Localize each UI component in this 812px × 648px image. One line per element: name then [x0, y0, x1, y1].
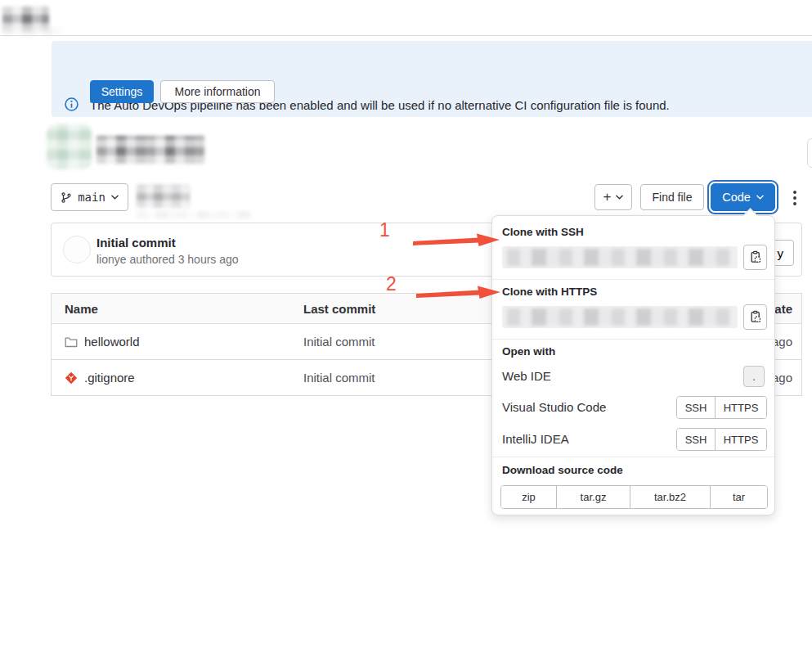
annotation-step-2: 2: [386, 273, 397, 295]
chevron-down-icon: [756, 195, 764, 200]
vscode-protocol-group: SSH HTTPS: [676, 396, 767, 419]
commit-meta: lionye authored 3 hours ago: [96, 253, 239, 266]
git-file-icon: [65, 371, 78, 385]
add-to-tree-button[interactable]: +: [594, 184, 632, 210]
intellij-protocol-group: SSH HTTPS: [676, 428, 767, 451]
redacted-breadcrumb-sub: [137, 211, 251, 218]
dropdown-divider: [492, 279, 774, 280]
intellij-https-button[interactable]: HTTPS: [715, 429, 766, 450]
redacted-breadcrumb: [137, 185, 190, 208]
intellij-ssh-button[interactable]: SSH: [677, 429, 715, 450]
clone-ssh-heading: Clone with SSH: [502, 226, 584, 238]
folder-icon: [65, 336, 78, 348]
settings-button[interactable]: Settings: [90, 80, 154, 103]
code-button-label: Code: [722, 191, 751, 204]
vscode-https-button[interactable]: HTTPS: [715, 397, 766, 418]
ellipsis-vertical-icon: [793, 191, 796, 205]
project-avatar: [47, 124, 92, 169]
web-ide-shortcut-badge[interactable]: .: [743, 366, 765, 387]
more-actions-kebab-button[interactable]: [784, 186, 805, 210]
branch-selector[interactable]: main: [51, 183, 128, 211]
dropdown-divider: [492, 339, 774, 340]
info-icon: [65, 97, 79, 111]
file-name[interactable]: .gitignore: [84, 371, 135, 385]
download-zip-button[interactable]: zip: [501, 486, 556, 508]
ssh-url-field[interactable]: [502, 246, 738, 268]
dropdown-divider: [492, 457, 774, 457]
download-tarbz2-button[interactable]: tar.bz2: [630, 486, 710, 508]
download-targz-button[interactable]: tar.gz: [556, 486, 630, 508]
header-name: Name: [52, 302, 303, 316]
branch-name: main: [78, 191, 105, 204]
open-with-heading: Open with: [502, 345, 555, 358]
redacted-topbar-strip: [2, 27, 61, 35]
download-tar-button[interactable]: tar: [710, 486, 767, 508]
chevron-down-icon: [616, 195, 623, 200]
redacted-ssh-url: [507, 249, 733, 266]
redacted-project-title: [96, 136, 204, 164]
copy-clipboard-icon: [749, 310, 762, 324]
copy-clipboard-icon: [749, 250, 762, 264]
file-name[interactable]: helloworld: [84, 335, 140, 349]
plus-icon: +: [603, 189, 612, 205]
copy-https-url-button[interactable]: [743, 304, 767, 330]
code-dropdown-button[interactable]: Code: [711, 183, 775, 211]
more-information-button[interactable]: More information: [160, 80, 275, 103]
download-options-group: zip tar.gz tar.bz2 tar: [500, 485, 768, 509]
edge-partial-button[interactable]: [807, 138, 812, 168]
branch-icon: [61, 191, 72, 204]
chevron-down-icon: [111, 195, 119, 200]
auto-devops-banner: The Auto DevOps pipeline has been enable…: [52, 41, 812, 117]
open-intellij-item: IntelliJ IDEA: [502, 428, 569, 451]
find-file-button[interactable]: Find file: [640, 184, 704, 210]
download-source-heading: Download source code: [502, 464, 623, 476]
code-dropdown-panel: Clone with SSH Clone with HTTPS Open wit…: [491, 215, 775, 515]
gitlab-project-page: The Auto DevOps pipeline has been enable…: [0, 0, 812, 648]
open-vscode-item: Visual Studio Code: [502, 396, 606, 419]
copy-ssh-url-button[interactable]: [743, 245, 767, 270]
vscode-ssh-button[interactable]: SSH: [677, 397, 715, 418]
https-url-field[interactable]: [502, 306, 738, 328]
commit-author-avatar: [63, 236, 91, 263]
clone-https-heading: Clone with HTTPS: [502, 286, 597, 298]
redacted-https-url: [507, 308, 733, 326]
commit-title[interactable]: Initial commit: [96, 236, 176, 250]
header-divider: [0, 35, 812, 36]
open-web-ide-item[interactable]: Web IDE: [502, 366, 551, 387]
annotation-step-1: 1: [379, 219, 390, 241]
